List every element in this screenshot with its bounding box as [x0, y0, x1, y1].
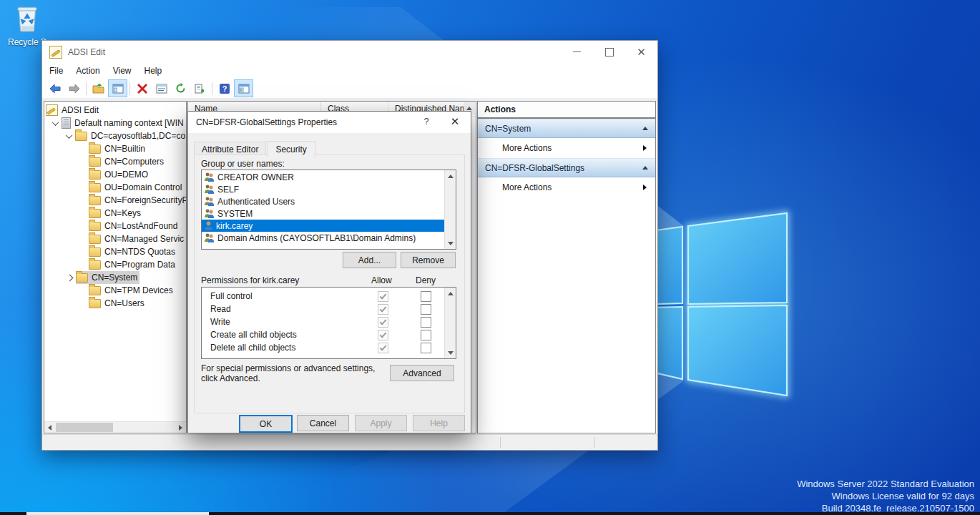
allow-checkbox[interactable]	[378, 330, 388, 340]
tree-item-cn-users[interactable]: CN=Users	[44, 297, 186, 310]
advanced-button[interactable]: Advanced	[390, 365, 454, 381]
delete-button[interactable]	[132, 79, 152, 97]
group-user-listbox[interactable]: CREATOR OWNER SELF Authenticated Users S…	[201, 170, 456, 250]
actions-section-cn-system[interactable]: CN=System	[478, 119, 655, 138]
folder-icon	[89, 170, 101, 180]
menu-bar: File Action View Help	[42, 63, 657, 79]
user-icon	[204, 221, 213, 230]
principal-self[interactable]: SELF	[202, 183, 444, 195]
tree-item-cn-tpm-devices[interactable]: CN=TPM Devices	[44, 284, 186, 297]
principals-scrollbar[interactable]	[444, 170, 456, 249]
tab-security[interactable]: Security	[267, 141, 315, 157]
deny-checkbox[interactable]	[421, 343, 431, 353]
show-hide-console-tree-button[interactable]	[234, 79, 253, 97]
actions-section-cn-dfsr-globalsettings[interactable]: CN=DFSR-GlobalSettings	[478, 158, 655, 177]
export-list-icon	[195, 84, 206, 94]
more-actions-cn-system[interactable]: More Actions	[478, 138, 655, 158]
scroll-up-arrow[interactable]	[445, 171, 456, 181]
dialog-help-button[interactable]: ?	[419, 116, 433, 127]
tree-item-cn-computers[interactable]: CN=Computers	[44, 155, 186, 168]
folder-icon	[89, 144, 101, 154]
permission-read: Read	[202, 303, 444, 315]
help-button[interactable]: ?	[215, 79, 234, 97]
tree-item-ou-demo[interactable]: OU=DEMO	[44, 168, 186, 181]
apply-button[interactable]: Apply	[355, 415, 407, 431]
principal-domain-admins[interactable]: Domain Admins (CAYOSOFTLAB1\Domain Admin…	[202, 232, 444, 244]
tree-item-dc-cayosoftlab1[interactable]: DC=cayosoftlab1,DC=co	[44, 129, 186, 142]
principal-kirk-carey-selected[interactable]: kirk.carey	[202, 220, 444, 232]
refresh-button[interactable]	[171, 79, 190, 97]
watermark-line-2: Windows License valid for 92 days	[797, 490, 974, 502]
menu-file[interactable]: File	[43, 66, 69, 76]
tree-item-cn-builtin[interactable]: CN=Builtin	[44, 142, 186, 155]
maximize-button[interactable]	[593, 41, 625, 63]
remove-button[interactable]: Remove	[401, 252, 456, 268]
collapse-section-icon[interactable]	[642, 127, 648, 130]
folder-icon	[89, 183, 101, 192]
properties-button[interactable]	[152, 79, 171, 97]
tree-horizontal-scrollbar[interactable]	[44, 421, 186, 433]
deny-checkbox[interactable]	[421, 304, 431, 315]
console-tree-pane[interactable]: ADSI Edit Default naming context [WIN DC…	[44, 101, 187, 433]
deny-checkbox[interactable]	[421, 330, 431, 340]
scroll-down-arrow[interactable]	[445, 238, 456, 248]
permissions-listbox[interactable]: Full control Read Write Create all child…	[201, 287, 456, 359]
allow-checkbox[interactable]	[378, 343, 388, 353]
allow-checkbox[interactable]	[378, 291, 388, 302]
menu-view[interactable]: View	[107, 66, 138, 76]
permissions-scrollbar[interactable]	[444, 288, 456, 358]
menu-help[interactable]: Help	[138, 66, 169, 76]
tree-item-cn-foreignsecurityprincipals[interactable]: CN=ForeignSecurityP	[44, 194, 186, 207]
cancel-button[interactable]: Cancel	[297, 415, 349, 431]
tree-item-cn-system[interactable]: CN=System	[44, 271, 186, 284]
tree-item-ou-domain-controllers[interactable]: OU=Domain Control	[44, 181, 186, 194]
allow-checkbox[interactable]	[378, 304, 388, 315]
status-divider	[594, 437, 595, 448]
actions-pane: Actions CN=System More Actions CN=DFSR-G…	[477, 101, 656, 433]
window-titlebar[interactable]: ADSI Edit ✕	[42, 41, 657, 63]
tree-item-default-naming-context[interactable]: Default naming context [WIN	[44, 117, 186, 129]
console-window-icon	[112, 84, 124, 94]
back-button[interactable]	[45, 79, 64, 97]
scroll-left-arrow[interactable]	[44, 422, 55, 433]
minimize-button[interactable]	[561, 41, 593, 63]
create-object-icon	[92, 83, 104, 94]
folder-icon	[89, 157, 101, 167]
principal-creator-owner[interactable]: CREATOR OWNER	[202, 171, 444, 183]
tree-item-cn-lostandfound[interactable]: CN=LostAndFound	[44, 220, 186, 232]
group-icon	[204, 233, 215, 242]
deny-checkbox[interactable]	[421, 317, 431, 328]
principal-system[interactable]: SYSTEM	[202, 207, 444, 220]
chevron-right-icon[interactable]	[63, 275, 76, 280]
deny-checkbox[interactable]	[421, 291, 431, 302]
close-button[interactable]: ✕	[625, 41, 657, 63]
create-object-button[interactable]	[89, 79, 108, 97]
ok-button[interactable]: OK	[239, 415, 293, 433]
more-actions-cn-dfsr-globalsettings[interactable]: More Actions	[478, 177, 655, 197]
scroll-right-arrow[interactable]	[175, 422, 186, 433]
scroll-up-arrow[interactable]	[445, 288, 456, 298]
forward-button[interactable]	[64, 79, 84, 97]
chevron-down-icon[interactable]	[49, 121, 62, 126]
chevron-down-icon[interactable]	[62, 134, 75, 139]
console-window-button[interactable]	[108, 79, 127, 97]
allow-checkbox[interactable]	[378, 317, 388, 328]
tree-item-cn-managed-service-accounts[interactable]: CN=Managed Servic	[44, 232, 186, 245]
help-button[interactable]: Help	[413, 415, 465, 431]
principal-authenticated-users[interactable]: Authenticated Users	[202, 195, 444, 207]
folder-icon	[75, 132, 87, 141]
scroll-down-arrow[interactable]	[445, 348, 456, 358]
export-list-button[interactable]	[190, 79, 210, 97]
collapse-section-icon[interactable]	[642, 166, 648, 170]
add-button[interactable]: Add...	[343, 252, 396, 268]
dialog-close-button[interactable]: ✕	[448, 115, 462, 128]
menu-action[interactable]: Action	[69, 66, 106, 76]
tree-item-cn-program-data[interactable]: CN=Program Data	[44, 258, 186, 271]
toolbar-separator	[86, 82, 87, 95]
tree-item-cn-keys[interactable]: CN=Keys	[44, 207, 186, 220]
tree-item-cn-ntds-quotas[interactable]: CN=NTDS Quotas	[44, 245, 186, 258]
scrollbar-thumb[interactable]	[56, 423, 113, 432]
group-icon	[204, 197, 215, 206]
tree-item-adsi-edit-root[interactable]: ADSI Edit	[44, 104, 186, 117]
status-bar	[42, 434, 657, 450]
